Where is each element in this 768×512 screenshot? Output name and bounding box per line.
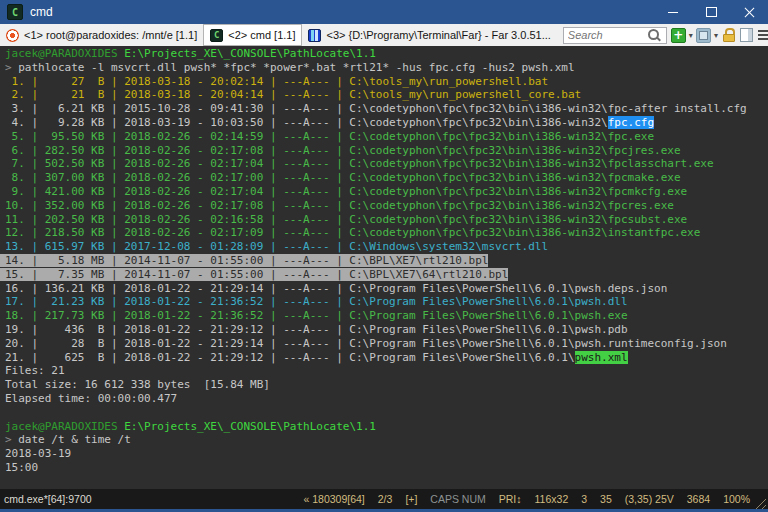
status-process-name: cmd.exe*[64]:9700 <box>4 493 92 505</box>
result-row: 9. | 421.00 KB | 2018-02-26 - 02:17:04 |… <box>5 185 687 198</box>
terminal-line: 6. | 282.50 KB | 2018-02-26 - 02:17:08 |… <box>5 144 768 158</box>
terminal-line: 8. | 307.00 KB | 2018-02-26 - 02:17:00 |… <box>5 171 768 185</box>
tab-label: <3> {D:\Programy\Terminal\Far} - Far 3.0… <box>326 29 550 41</box>
far-manager-icon <box>308 29 321 42</box>
terminal-line <box>5 475 768 489</box>
result-row: 10. | 352.00 KB | 2018-02-26 - 02:17:08 … <box>5 199 674 212</box>
terminal-line: jacek@PARADOXIDES E:\Projects_XE\_CONSOL… <box>5 420 768 434</box>
result-row: 19. | 436 B | 2018-01-22 - 21:29:12 | --… <box>5 323 628 336</box>
transparency-indicator: 100% <box>723 493 750 505</box>
menu-icon <box>758 30 768 32</box>
tab-label: <1> root@paradoxides: /mnt/e [1.1] <box>24 29 197 41</box>
conemu-app-icon: C <box>7 4 23 20</box>
prompt-cwd: E:\Projects_XE\_CONSOLE\PathLocate\1.1 <box>124 420 376 433</box>
prompt-user-host: jacek@PARADOXIDES <box>5 420 118 433</box>
result-row: 18. | 217.73 KB | 2018-01-22 - 21:36:52 … <box>5 309 628 322</box>
summary-total-size: Total size: 16 612 338 bytes [15.84 MB] <box>5 378 270 391</box>
result-row-selected: 14. | 5.18 MB | 2014-11-07 - 01:55:00 | … <box>0 254 488 267</box>
terminal-line <box>5 406 768 420</box>
result-row: 17. | 21.23 KB | 2018-01-22 - 21:36:52 |… <box>5 295 628 308</box>
summary-files: Files: 21 <box>5 364 65 377</box>
result-row: 3. | 6.21 KB | 2015-10-28 - 09:41:30 | -… <box>5 102 747 115</box>
result-row: 7. | 502.50 KB | 2018-02-26 - 02:17:04 |… <box>5 157 714 170</box>
close-icon <box>744 7 755 18</box>
status-indicators: « 180309[64]2/3[+]CAPS NUMPRI↕116x32335(… <box>303 493 750 505</box>
terminal-line: > pathlocate -l msvcrt.dll pwsh* *fpc* *… <box>5 61 768 75</box>
new-console-dropdown-icon[interactable]: ▾ <box>689 31 693 40</box>
console-size-indicator: 116x32 <box>535 493 569 505</box>
result-row: 11. | 202.50 KB | 2018-02-26 - 02:16:58 … <box>5 213 687 226</box>
new-console-button[interactable]: + <box>671 28 686 43</box>
main-menu-button[interactable] <box>758 30 768 40</box>
terminal-line: 14. | 5.18 MB | 2014-11-07 - 01:55:00 | … <box>5 254 768 268</box>
command-text: date /t & time /t <box>18 433 131 446</box>
terminal-line: 7. | 502.50 KB | 2018-02-26 - 02:17:04 |… <box>5 157 768 171</box>
terminal-line: Files: 21 <box>5 364 768 378</box>
terminal-line: 2018-03-19 <box>5 447 768 461</box>
match-highlight-hus2: pwsh.xml <box>575 351 628 364</box>
tab-far-manager[interactable]: <3> {D:\Programy\Terminal\Far} - Far 3.0… <box>302 24 556 46</box>
search-input[interactable] <box>564 29 646 41</box>
search-box <box>563 27 667 44</box>
output-date: 2018-03-19 <box>5 447 71 460</box>
tab-wsl-bash[interactable]: <1> root@paradoxides: /mnt/e [1.1] <box>0 24 203 46</box>
lock-console-button[interactable] <box>723 28 735 42</box>
window-title: cmd <box>30 5 53 19</box>
prompt-char: > <box>5 61 18 74</box>
result-row: 6. | 282.50 KB | 2018-02-26 - 02:17:08 |… <box>5 144 681 157</box>
result-row: 20. | 28 B | 2018-01-22 - 21:29:14 | ---… <box>5 337 727 350</box>
result-row: 5. | 95.50 KB | 2018-02-26 - 02:14:59 | … <box>5 130 654 143</box>
terminal-line: 15. | 7.35 MB | 2014-11-07 - 01:55:00 | … <box>5 268 768 282</box>
conemu-icon: C <box>210 29 223 42</box>
terminal-line: 16. | 136.21 KB | 2018-01-22 - 21:29:14 … <box>5 282 768 296</box>
alternative-console-button[interactable] <box>696 28 711 43</box>
terminal-line: 11. | 202.50 KB | 2018-02-26 - 02:16:58 … <box>5 213 768 227</box>
command-text: pathlocate -l msvcrt.dll pwsh* *fpc* *po… <box>18 61 574 74</box>
terminal-line: 1. | 27 B | 2018-03-18 - 20:02:14 | ---A… <box>5 75 768 89</box>
prompt-char: > <box>5 433 18 446</box>
result-row: 2. | 21 B | 2018-03-18 - 20:04:14 | ---A… <box>5 88 581 101</box>
terminal-line: 2. | 21 B | 2018-03-18 - 20:04:14 | ---A… <box>5 88 768 102</box>
terminal[interactable]: jacek@PARADOXIDES E:\Projects_XE\_CONSOL… <box>0 46 768 489</box>
window-controls <box>654 0 768 24</box>
terminal-line: 20. | 28 B | 2018-01-22 - 21:29:14 | ---… <box>5 337 768 351</box>
terminal-line: 15:00 <box>5 461 768 475</box>
search-icon <box>648 29 659 40</box>
tab-bar: <1> root@paradoxides: /mnt/e [1.1] C <2>… <box>0 24 768 46</box>
terminal-line: 18. | 217.73 KB | 2018-01-22 - 21:36:52 … <box>5 309 768 323</box>
terminal-line: > date /t & time /t <box>5 433 768 447</box>
console-panel-icon <box>748 29 752 41</box>
console-list-button[interactable] <box>740 28 753 42</box>
minimize-button[interactable] <box>654 0 692 24</box>
title-bar: C cmd <box>0 0 768 24</box>
active-console-indicator: 2/3 <box>378 493 393 505</box>
buffer-row-indicator: 35 <box>600 493 612 505</box>
terminal-line: 12. | 218.50 KB | 2018-02-26 - 02:17:09 … <box>5 226 768 240</box>
conemu-window: C cmd <1> root@paradoxides: /mnt/e [1.1]… <box>0 0 768 512</box>
result-row: 13. | 615.97 KB | 2017-12-08 - 01:28:09 … <box>5 240 548 253</box>
terminal-line: 5. | 95.50 KB | 2018-02-26 - 02:14:59 | … <box>5 130 768 144</box>
system-metric-indicator: 3684 <box>687 493 710 505</box>
result-row-selected: 15. | 7.35 MB | 2014-11-07 - 01:55:00 | … <box>0 268 508 281</box>
toolbar: + ▾ ▾ <box>671 28 768 43</box>
terminal-line: 19. | 436 B | 2018-01-22 - 21:29:12 | --… <box>5 323 768 337</box>
resize-grip-icon[interactable] <box>753 496 766 509</box>
status-bar: cmd.exe*[64]:9700 « 180309[64]2/3[+]CAPS… <box>0 489 768 512</box>
lock-icon-body <box>723 34 735 42</box>
terminal-line: 17. | 21.23 KB | 2018-01-22 - 21:36:52 |… <box>5 295 768 309</box>
alt-console-dropdown-icon[interactable]: ▾ <box>714 31 718 40</box>
terminal-line: Total size: 16 612 338 bytes [15.84 MB] <box>5 378 768 392</box>
tab-label: <2> cmd [1.1] <box>228 29 295 41</box>
terminal-line: 10. | 352.00 KB | 2018-02-26 - 02:17:08 … <box>5 199 768 213</box>
terminal-line: 3. | 6.21 KB | 2015-10-28 - 09:41:30 | -… <box>5 102 768 116</box>
match-highlight-hus: fpc.cfg <box>608 116 654 129</box>
tab-cmd-active[interactable]: C <2> cmd [1.1] <box>203 24 302 46</box>
console-marker: [+] <box>405 493 417 505</box>
prompt-user-host: jacek@PARADOXIDES <box>5 47 118 60</box>
close-button[interactable] <box>730 0 768 24</box>
terminal-line: 13. | 615.97 KB | 2017-12-08 - 01:28:09 … <box>5 240 768 254</box>
maximize-button[interactable] <box>692 0 730 24</box>
priority-indicator: PRI↕ <box>499 493 522 505</box>
terminal-line: jacek@PARADOXIDES E:\Projects_XE\_CONSOL… <box>5 47 768 61</box>
result-row: 8. | 307.00 KB | 2018-02-26 - 02:17:00 |… <box>5 171 681 184</box>
